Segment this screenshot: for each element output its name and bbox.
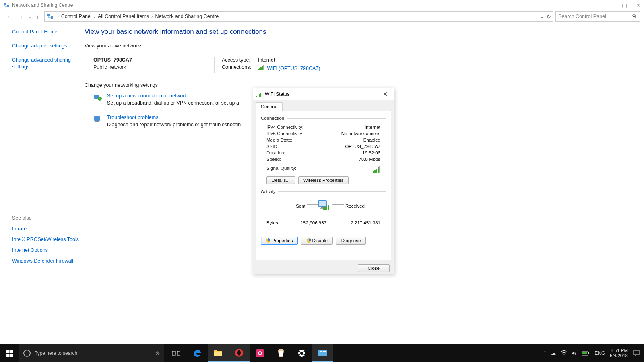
nav-forward-button[interactable]: →	[17, 13, 23, 20]
svg-rect-8	[95, 121, 99, 122]
language-indicator[interactable]: ENG	[594, 350, 605, 356]
media-state-value: Enabled	[363, 138, 380, 142]
signal-quality-label: Signal Quality:	[266, 166, 296, 173]
breadcrumb-item[interactable]: Control Panel	[61, 14, 92, 19]
setup-connection-icon: +	[93, 93, 102, 102]
svg-rect-35	[320, 351, 322, 352]
settings-app-icon[interactable]	[312, 344, 333, 362]
speed-value: 78.0 Mbps	[359, 157, 380, 162]
address-bar[interactable]: › Control Panel › All Control Panel Item…	[44, 11, 553, 22]
setup-connection-link[interactable]: Set up a new connection or network	[107, 93, 187, 99]
sent-label: Sent	[296, 204, 305, 208]
tray-chevron-icon[interactable]: ˄	[544, 350, 546, 356]
breadcrumb-item[interactable]: All Control Panel Items	[98, 14, 149, 19]
svg-rect-21	[172, 351, 175, 355]
search-placeholder: Search Control Panel	[558, 14, 606, 19]
see-also-link[interactable]: Intel® PROSet/Wireless Tools	[12, 236, 85, 243]
window-close-button[interactable]: ✕	[636, 2, 641, 8]
see-also-label: See also	[12, 215, 85, 221]
start-button[interactable]	[0, 344, 19, 362]
microphone-icon[interactable]: 🎤︎	[155, 350, 160, 356]
connections-label: Connections:	[222, 64, 258, 71]
svg-rect-23	[214, 352, 222, 356]
see-also-link[interactable]: Windows Defender Firewall	[12, 258, 85, 265]
troubleshoot-link[interactable]: Troubleshoot problems	[107, 115, 158, 120]
taskbar-clock[interactable]: 8:51 PM 5/4/2018	[610, 348, 628, 358]
close-button[interactable]: Close	[358, 264, 390, 272]
wifi-icon[interactable]	[561, 350, 567, 356]
opera-icon[interactable]	[229, 344, 250, 362]
properties-button[interactable]: Properties	[261, 237, 298, 245]
wireless-properties-button[interactable]: Wireless Properties	[298, 176, 349, 184]
troubleshoot-icon	[93, 115, 102, 123]
sidebar-link-adapter[interactable]: Change adapter settings	[12, 43, 85, 49]
network-name: OPTUS_798CA7	[93, 57, 214, 63]
nav-up-button[interactable]: ↑	[36, 13, 39, 20]
sidebar: Control Panel Home Change adapter settin…	[0, 23, 85, 329]
svg-rect-13	[323, 208, 324, 210]
signal-bars-icon	[256, 91, 262, 97]
svg-rect-18	[10, 350, 13, 353]
access-type-label: Access type:	[222, 57, 258, 63]
battery-icon[interactable]	[582, 351, 590, 356]
app-icon[interactable]	[291, 344, 312, 362]
window-maximize-button[interactable]: ▢	[622, 2, 627, 8]
svg-rect-15	[326, 206, 327, 210]
nav-recent-button[interactable]: ⌄	[28, 14, 31, 19]
dialog-close-button[interactable]: ✕	[380, 90, 390, 98]
sidebar-link-advanced[interactable]: Change advanced sharing settings	[12, 57, 72, 70]
edge-icon[interactable]	[187, 344, 208, 362]
taskbar-search[interactable]: Type here to search 🎤︎	[19, 344, 164, 362]
svg-text:+: +	[99, 97, 101, 101]
connection-link[interactable]: WiFi (OPTUS_798CA7)	[267, 66, 320, 71]
window-titlebar: Network and Sharing Centre – ▢ ✕	[0, 0, 644, 10]
sidebar-link-home[interactable]: Control Panel Home	[12, 29, 85, 35]
app-icon[interactable]	[270, 344, 291, 362]
file-explorer-icon[interactable]	[208, 344, 229, 362]
svg-point-32	[299, 354, 300, 356]
breadcrumb-item[interactable]: Network and Sharing Centre	[155, 14, 219, 19]
svg-point-37	[564, 354, 565, 356]
disable-button[interactable]: Disable	[301, 237, 332, 245]
refresh-button[interactable]: ↻	[547, 14, 551, 20]
media-state-label: Media State:	[266, 138, 293, 142]
svg-rect-0	[4, 3, 6, 5]
window-minimize-button[interactable]: –	[610, 2, 613, 8]
task-view-button[interactable]	[166, 344, 187, 362]
svg-rect-10	[319, 201, 326, 206]
volume-icon[interactable]: 🔊︎	[572, 350, 577, 356]
action-center-icon[interactable]	[633, 350, 640, 357]
taskbar: Type here to search 🎤︎ ˄ ☁ 🔊︎ ENG 8:51 P…	[0, 344, 644, 362]
network-center-icon	[47, 13, 54, 20]
details-button[interactable]: Details...	[266, 176, 295, 184]
svg-rect-7	[94, 116, 100, 121]
nav-back-button[interactable]: ←	[6, 13, 12, 20]
see-also-link[interactable]: Internet Options	[12, 247, 85, 254]
signal-bars-icon	[373, 166, 380, 173]
setup-connection-desc: Set up a broadband, dial-up or VPN conne…	[107, 100, 242, 106]
chevron-down-icon[interactable]: ⌄	[540, 14, 543, 19]
tab-general[interactable]: General	[256, 102, 283, 111]
see-also-link[interactable]: Infrared	[12, 226, 85, 232]
dialog-title: WiFi Status	[265, 91, 289, 97]
search-input[interactable]: Search Control Panel 🔍︎	[555, 11, 640, 22]
svg-rect-40	[588, 352, 589, 354]
svg-rect-22	[177, 351, 180, 355]
network-type: Public network	[93, 64, 214, 70]
bytes-label: Bytes:	[266, 220, 291, 225]
bytes-sent-value: 152,906,937	[291, 220, 335, 225]
computer-icon	[316, 199, 332, 215]
access-type-value: Internet	[258, 57, 275, 63]
onedrive-icon[interactable]: ☁	[551, 350, 556, 356]
svg-rect-39	[582, 352, 587, 354]
diagnose-button[interactable]: Diagnose	[336, 237, 366, 245]
svg-rect-16	[328, 205, 329, 210]
shield-icon	[266, 238, 271, 243]
svg-rect-11	[321, 207, 324, 208]
search-icon: 🔍︎	[632, 14, 637, 19]
taskbar-search-placeholder: Type here to search	[35, 350, 77, 356]
chevron-right-icon: ›	[94, 14, 95, 19]
svg-rect-41	[634, 350, 639, 355]
app-icon[interactable]	[250, 344, 270, 362]
duration-label: Duration:	[266, 150, 285, 155]
